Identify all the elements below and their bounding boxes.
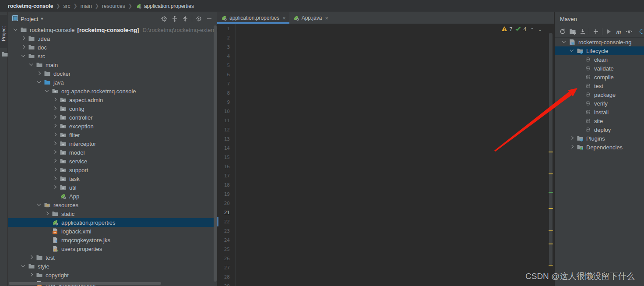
maven-item-compile[interactable]: compile [555, 73, 644, 81]
code-line-10[interactable]: 10 [217, 107, 554, 116]
maven-item-validate[interactable]: validate [555, 64, 644, 73]
code-line-9[interactable]: 9 [217, 98, 554, 107]
line-number[interactable]: 7 [217, 79, 236, 88]
warning-stripe-mark[interactable] [549, 265, 553, 266]
code-line-27[interactable]: 27 [217, 263, 554, 272]
code-line-21[interactable]: 21 [217, 208, 554, 217]
code-line-25[interactable]: 25 [217, 245, 554, 254]
chevron-right-icon[interactable] [44, 211, 50, 217]
code-line-6[interactable]: 6 [217, 70, 554, 79]
plus-button[interactable] [591, 27, 601, 36]
project-item-controller[interactable]: controller [8, 113, 217, 122]
locate-button[interactable] [159, 14, 169, 24]
line-number[interactable]: 23 [217, 226, 236, 236]
project-item-style[interactable]: style [8, 262, 217, 271]
chevron-right-icon[interactable] [52, 132, 58, 138]
chevron-down-icon[interactable] [28, 62, 34, 68]
line-number[interactable]: 21 [217, 208, 236, 217]
project-item-exception[interactable]: exception [8, 122, 217, 131]
prev-issue-chevron-icon[interactable]: ⌃ [530, 27, 534, 32]
code-line-7[interactable]: 7 [217, 79, 554, 88]
code-line-29[interactable]: 29 [217, 282, 554, 286]
code-line-28[interactable]: 28 [217, 272, 554, 282]
partial-gear-button[interactable] [634, 27, 644, 36]
line-number[interactable]: 19 [217, 190, 236, 199]
chevron-down-icon[interactable] [36, 202, 42, 208]
settings-button[interactable] [194, 14, 204, 24]
chevron-right-icon[interactable] [20, 44, 26, 50]
code-line-19[interactable]: 19 [217, 190, 554, 199]
line-number[interactable]: 1 [217, 24, 236, 33]
project-item-copyright[interactable]: copyright [8, 271, 217, 279]
code-line-15[interactable]: 15 [217, 153, 554, 162]
close-tab-icon[interactable]: × [282, 15, 286, 21]
chevron-down-icon[interactable] [36, 79, 42, 85]
line-number[interactable]: 4 [217, 52, 236, 61]
line-number[interactable]: 5 [217, 61, 236, 70]
chevron-right-icon[interactable] [20, 35, 26, 42]
breadcrumb-item[interactable]: rocketmq-console [8, 3, 53, 9]
maven-item-dependencies[interactable]: Dependencies [555, 143, 644, 152]
chevron-right-icon[interactable] [52, 114, 58, 120]
line-number[interactable]: 18 [217, 180, 236, 190]
folder-settings-button[interactable] [567, 27, 577, 36]
code-line-26[interactable]: 26 [217, 254, 554, 263]
project-item-logback-xml[interactable]: <>logback.xml [8, 227, 217, 236]
code-line-14[interactable]: 14 [217, 144, 554, 153]
next-issue-chevron-icon[interactable]: ⌃ [538, 27, 542, 32]
close-tab-icon[interactable]: × [325, 15, 328, 21]
line-number[interactable]: 2 [217, 33, 236, 42]
line-number[interactable]: 9 [217, 98, 236, 107]
project-item-resources[interactable]: resources [8, 201, 217, 209]
line-number[interactable]: 10 [217, 107, 236, 116]
project-vertical-scrollbar[interactable] [214, 25, 217, 282]
project-item-test[interactable]: test [8, 253, 217, 262]
breadcrumb-item[interactable]: main [81, 3, 92, 9]
project-item-docker[interactable]: docker [8, 69, 217, 78]
expand-all-button[interactable] [169, 14, 180, 24]
line-number[interactable]: 17 [217, 171, 236, 180]
code-line-5[interactable]: 5 [217, 61, 554, 70]
chevron-down-icon[interactable]: ▼ [40, 17, 44, 21]
warning-stripe-mark[interactable] [549, 152, 553, 152]
project-item-interceptor[interactable]: interceptor [8, 139, 217, 148]
line-number[interactable]: 26 [217, 254, 236, 263]
line-number[interactable]: 6 [217, 70, 236, 79]
line-number[interactable]: 27 [217, 263, 236, 272]
maven-item-install[interactable]: install [555, 108, 644, 117]
code-line-4[interactable]: 4 [217, 52, 554, 61]
line-number[interactable]: 25 [217, 245, 236, 254]
refresh-button[interactable] [557, 27, 567, 36]
code-line-13[interactable]: 13 [217, 134, 554, 144]
line-number[interactable]: 16 [217, 162, 236, 171]
project-item-main[interactable]: main [8, 60, 217, 69]
breadcrumb-item[interactable]: src [63, 3, 70, 9]
project-item-model[interactable]: model [8, 148, 217, 157]
chevron-right-icon[interactable] [36, 71, 42, 77]
maven-item-package[interactable]: package [555, 90, 644, 99]
chevron-down-icon[interactable] [569, 48, 575, 54]
project-stripe-tab[interactable]: Project [0, 15, 8, 48]
project-item-rocketmq-console[interactable]: rocketmq-console[rocketmq-console-ng]D:\… [8, 25, 217, 34]
code-line-20[interactable]: 20 [217, 199, 554, 208]
line-number[interactable]: 12 [217, 125, 236, 134]
chevron-right-icon[interactable] [52, 97, 58, 103]
maven-item-verify[interactable]: verify [555, 99, 644, 108]
chevron-down-icon[interactable] [20, 53, 26, 59]
warning-stripe-mark[interactable] [549, 173, 553, 174]
line-number[interactable]: 15 [217, 153, 236, 162]
code-line-12[interactable]: 12 [217, 125, 554, 134]
code-line-16[interactable]: 16 [217, 162, 554, 171]
line-number[interactable]: 28 [217, 272, 236, 282]
chevron-right-icon[interactable] [52, 184, 58, 191]
code-line-3[interactable]: 3 [217, 42, 554, 52]
breadcrumb-item[interactable]: application.properties [135, 3, 194, 10]
chevron-right-icon[interactable] [52, 158, 58, 164]
editor-tab-application-properties[interactable]: application.properties× [217, 12, 289, 24]
chevron-right-icon[interactable] [52, 106, 58, 112]
maven-item-plugins[interactable]: Plugins [555, 134, 644, 143]
line-number[interactable]: 29 [217, 282, 236, 286]
project-item-doc[interactable]: doc [8, 43, 217, 52]
chevron-right-icon[interactable] [28, 272, 34, 278]
project-item-src[interactable]: src [8, 52, 217, 60]
